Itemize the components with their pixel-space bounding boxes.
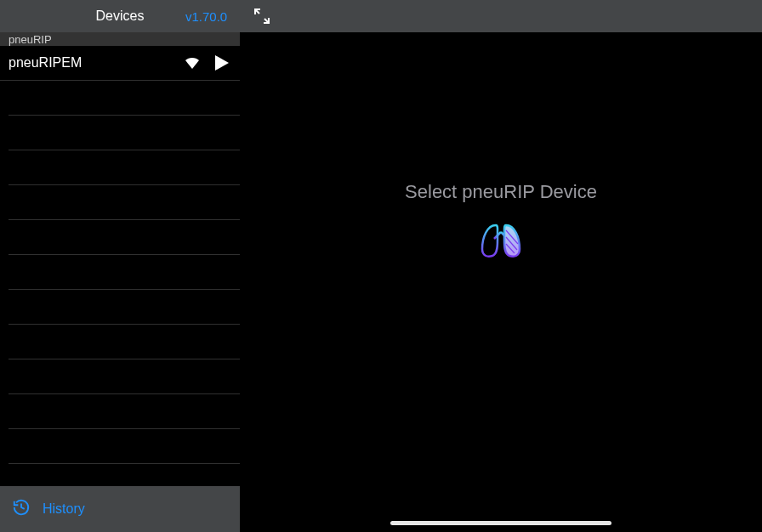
version-label[interactable]: v1.70.0 (185, 9, 227, 24)
play-icon[interactable] (214, 54, 230, 71)
body: pneuRIP pneuRIPEM (0, 32, 762, 532)
sidebar-header: pneuRIP (0, 32, 240, 46)
list-item[interactable] (9, 150, 240, 185)
device-name: pneuRIPEM (9, 55, 82, 71)
device-list: pneuRIPEM (0, 46, 240, 486)
list-item[interactable] (9, 185, 240, 220)
history-label: History (43, 501, 85, 517)
content-pane: Select pneuRIP Device (240, 32, 762, 532)
list-item[interactable] (9, 325, 240, 359)
history-icon (12, 498, 31, 520)
sidebar: pneuRIP pneuRIPEM (0, 32, 240, 532)
top-bar: Devices v1.70.0 (0, 0, 762, 32)
list-item[interactable] (9, 359, 240, 394)
list-item[interactable] (9, 116, 240, 150)
list-item[interactable] (9, 81, 240, 116)
expand-icon[interactable] (253, 8, 270, 25)
list-item[interactable] (9, 429, 240, 464)
list-item[interactable] (9, 220, 240, 255)
list-item[interactable] (9, 394, 240, 429)
wifi-icon (184, 56, 201, 70)
list-item[interactable] (9, 290, 240, 325)
lungs-icon (240, 210, 762, 261)
history-button[interactable]: History (0, 486, 240, 532)
app-root: Devices v1.70.0 pneuRIP pneuRIPEM (0, 0, 762, 532)
device-row[interactable]: pneuRIPEM (0, 46, 240, 81)
content-prompt: Select pneuRIP Device (240, 181, 762, 203)
home-indicator (390, 521, 611, 525)
list-item[interactable] (9, 255, 240, 290)
